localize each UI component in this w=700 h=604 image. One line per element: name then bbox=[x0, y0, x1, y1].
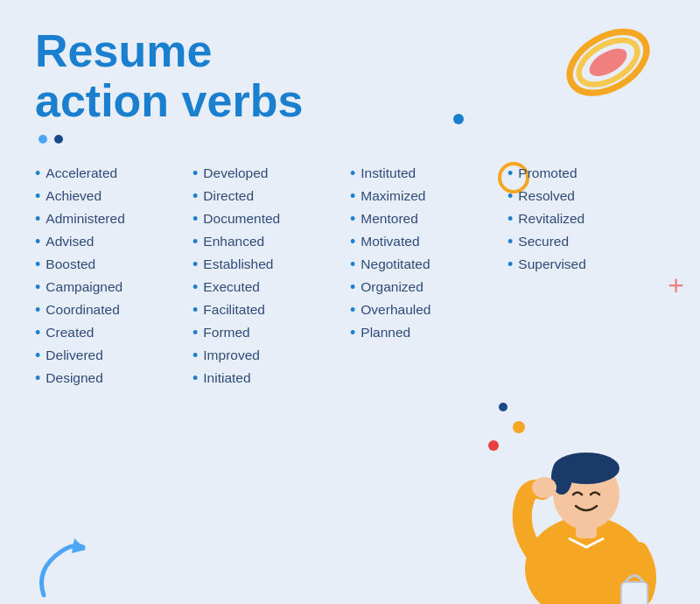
verb-item: •Overhauled bbox=[350, 299, 508, 320]
dot-dark-blue bbox=[54, 135, 63, 144]
verb-item: •Secured bbox=[508, 231, 665, 252]
svg-point-8 bbox=[532, 477, 556, 498]
verb-label: Coordinated bbox=[46, 302, 119, 318]
verb-label: Secured bbox=[518, 234, 569, 249]
verb-item: •Executed bbox=[192, 277, 350, 298]
verb-label: Overhauled bbox=[360, 302, 430, 318]
verb-label: Instituted bbox=[360, 165, 416, 181]
decorative-dot-small-red bbox=[488, 440, 499, 451]
verb-item: •Achieved bbox=[35, 186, 192, 207]
verb-label: Delivered bbox=[46, 348, 102, 363]
verb-label: Established bbox=[203, 256, 273, 272]
verb-item: •Facilitated bbox=[192, 299, 350, 320]
verb-bullet-icon: • bbox=[350, 279, 355, 295]
verb-item: •Created bbox=[35, 322, 192, 343]
verb-bullet-icon: • bbox=[350, 325, 355, 341]
verb-bullet-icon: • bbox=[192, 370, 198, 386]
verb-item: •Resolved bbox=[508, 186, 665, 207]
verb-bullet-icon: • bbox=[35, 211, 40, 227]
verb-label: Initiated bbox=[203, 370, 250, 386]
verb-label: Maximized bbox=[360, 188, 425, 204]
verb-item: •Administered bbox=[35, 208, 192, 229]
verb-bullet-icon: • bbox=[35, 302, 40, 318]
verb-label: Accelerated bbox=[46, 165, 117, 181]
verb-item: •Campaigned bbox=[35, 277, 192, 298]
verb-item: •Accelerated bbox=[35, 163, 192, 184]
verb-label: Improved bbox=[203, 348, 260, 363]
verb-item: •Mentored bbox=[350, 208, 508, 229]
verb-label: Boosted bbox=[46, 256, 95, 272]
verb-item: •Motivated bbox=[350, 231, 508, 252]
verb-label: Negotitated bbox=[360, 256, 430, 272]
svg-rect-9 bbox=[621, 582, 648, 604]
verb-bullet-icon: • bbox=[350, 234, 355, 249]
verb-bullet-icon: • bbox=[192, 325, 198, 341]
verb-label: Documented bbox=[203, 211, 280, 227]
verbs-grid: •Accelerated•Achieved•Administered•Advis… bbox=[35, 163, 665, 389]
verb-item: •Negotitated bbox=[350, 254, 508, 275]
verb-label: Achieved bbox=[46, 188, 102, 204]
verb-item: •Coordinated bbox=[35, 299, 192, 320]
verb-item: •Promoted bbox=[508, 163, 665, 184]
verb-bullet-icon: • bbox=[508, 188, 513, 204]
verb-label: Promoted bbox=[518, 165, 577, 181]
verb-bullet-icon: • bbox=[35, 348, 40, 363]
verb-bullet-icon: • bbox=[350, 256, 355, 272]
verb-bullet-icon: • bbox=[192, 188, 198, 204]
verb-bullet-icon: • bbox=[35, 165, 40, 181]
verb-column-3: •Instituted•Maximized•Mentored•Motivated… bbox=[350, 163, 508, 389]
verb-label: Advised bbox=[46, 234, 94, 249]
verb-label: Revitalized bbox=[518, 211, 584, 227]
verb-item: •Initiated bbox=[192, 368, 350, 389]
verb-bullet-icon: • bbox=[35, 279, 40, 295]
verb-bullet-icon: • bbox=[508, 165, 513, 181]
verb-bullet-icon: • bbox=[350, 165, 355, 181]
verb-label: Mentored bbox=[360, 211, 417, 227]
decorative-candy bbox=[560, 26, 656, 96]
verb-bullet-icon: • bbox=[35, 370, 40, 386]
verb-column-2: •Developed•Directed•Documented•Enhanced•… bbox=[192, 163, 350, 389]
verb-item: •Delivered bbox=[35, 345, 192, 366]
verb-label: Developed bbox=[203, 165, 268, 181]
verb-label: Facilitated bbox=[203, 302, 265, 318]
verb-label: Organized bbox=[360, 279, 424, 295]
verb-column-1: •Accelerated•Achieved•Administered•Advis… bbox=[35, 163, 192, 389]
verb-label: Supervised bbox=[518, 256, 586, 272]
verb-label: Administered bbox=[46, 211, 124, 227]
verb-bullet-icon: • bbox=[35, 256, 40, 272]
verb-bullet-icon: • bbox=[192, 234, 198, 249]
dot-light-blue bbox=[38, 135, 47, 144]
verb-item: •Instituted bbox=[350, 163, 508, 184]
page-container: Resume action verbs •Accelerated•Achieve… bbox=[0, 0, 700, 604]
verb-bullet-icon: • bbox=[35, 188, 40, 204]
verb-item: •Maximized bbox=[350, 186, 508, 207]
verb-label: Created bbox=[46, 325, 94, 341]
verb-bullet-icon: • bbox=[192, 302, 198, 318]
verb-bullet-icon: • bbox=[192, 256, 198, 272]
verb-bullet-icon: • bbox=[35, 234, 40, 249]
verb-bullet-icon: • bbox=[508, 234, 513, 249]
verb-bullet-icon: • bbox=[508, 256, 513, 272]
verb-item: •Planned bbox=[350, 322, 508, 343]
verb-item: •Improved bbox=[192, 345, 350, 366]
decorative-person bbox=[499, 411, 674, 604]
verb-item: •Developed bbox=[192, 163, 350, 184]
verb-item: •Organized bbox=[350, 277, 508, 298]
verb-label: Directed bbox=[203, 188, 254, 204]
verb-bullet-icon: • bbox=[192, 165, 198, 181]
verb-bullet-icon: • bbox=[192, 211, 198, 227]
verb-label: Designed bbox=[46, 370, 103, 386]
verb-bullet-icon: • bbox=[192, 348, 198, 363]
verb-item: •Designed bbox=[35, 368, 192, 389]
verb-label: Campaigned bbox=[46, 279, 122, 295]
decorative-dot-small-blue bbox=[499, 403, 508, 411]
verb-bullet-icon: • bbox=[192, 279, 198, 295]
verb-item: •Formed bbox=[192, 322, 350, 343]
verb-bullet-icon: • bbox=[35, 325, 40, 341]
verb-label: Executed bbox=[203, 279, 260, 295]
verb-item: •Directed bbox=[192, 186, 350, 207]
verb-item: •Advised bbox=[35, 231, 192, 252]
verb-bullet-icon: • bbox=[350, 211, 355, 227]
verb-label: Formed bbox=[203, 325, 249, 341]
verb-label: Motivated bbox=[360, 234, 419, 249]
